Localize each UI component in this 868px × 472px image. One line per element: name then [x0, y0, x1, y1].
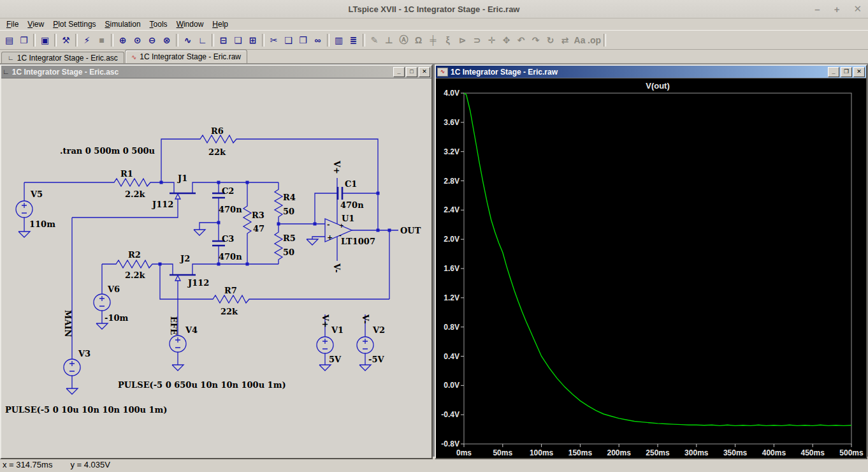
waveform-window-titlebar[interactable]: ∿ 1C Integrator Stage - Eric.raw _ ❐ ✕	[436, 66, 866, 78]
voltage-source-V4[interactable]	[170, 336, 186, 352]
value-V3[interactable]: PULSE(-5 0 10u 10n 10n 100u 1m)	[5, 405, 168, 415]
resistor-R1[interactable]	[112, 179, 153, 186]
label-V5[interactable]: V5	[30, 189, 43, 199]
ground-icon[interactable]	[359, 365, 371, 371]
schematic-canvas[interactable]: - + + - .tran 0 500	[1, 78, 431, 458]
tile-horizontal-button[interactable]: ⊟	[216, 33, 231, 47]
waveform-canvas[interactable]: 4.0V3.6V3.2V2.8V2.4V2.0V1.6V1.2V0.8V0.4V…	[436, 78, 866, 458]
diode-button[interactable]: ⊳	[455, 33, 470, 47]
voltage-source-V6[interactable]	[94, 294, 110, 311]
maximize-icon[interactable]: +	[834, 4, 840, 15]
control-panel-button[interactable]: ⚒	[59, 33, 73, 47]
close-icon[interactable]: ✕	[853, 67, 865, 77]
resistor-R2[interactable]	[113, 260, 155, 268]
drag-button[interactable]: ✥	[499, 33, 514, 47]
voltage-source-V3[interactable]	[64, 359, 80, 376]
net-label-vminus[interactable]: V-	[332, 263, 342, 273]
menu-help[interactable]: Help	[208, 19, 233, 29]
menu-tools[interactable]: Tools	[145, 19, 172, 29]
text-button[interactable]: Aa	[572, 33, 587, 47]
label-J2[interactable]: J2	[180, 254, 190, 263]
cascade-button[interactable]: ❏	[231, 33, 245, 47]
label-R3[interactable]: R3	[252, 210, 264, 220]
ground-icon[interactable]	[96, 323, 108, 329]
value-V1[interactable]: 5V	[329, 355, 342, 364]
rotate-button[interactable]: ↻	[543, 33, 558, 47]
schematic-svg[interactable]: - + + - .tran 0 500	[1, 78, 431, 458]
autorange-y-button[interactable]: ∿	[180, 33, 195, 47]
close-icon[interactable]: ✕	[419, 67, 430, 77]
resistor-R6[interactable]	[198, 135, 239, 143]
ground-icon[interactable]	[319, 365, 331, 371]
label-R1[interactable]: R1	[120, 169, 133, 179]
value-C1[interactable]: 470n	[340, 200, 364, 210]
resistor-R7[interactable]	[210, 295, 252, 303]
label-R7[interactable]: R7	[224, 286, 237, 295]
label-V2[interactable]: V2	[372, 325, 385, 335]
spice-directive-text[interactable]: .tran 0 500m 0 500u	[60, 146, 155, 156]
value-U1[interactable]: LT1007	[341, 237, 375, 246]
resistor-button[interactable]: Ω	[411, 33, 426, 47]
zoom-in-button[interactable]: ⊕	[115, 33, 130, 47]
label-C2[interactable]: C2	[222, 186, 234, 196]
menu-view[interactable]: View	[23, 19, 48, 29]
move-button[interactable]: ✛	[484, 33, 499, 47]
net-label-main[interactable]: MAIN	[63, 310, 73, 337]
maximize-icon[interactable]: □	[406, 67, 417, 77]
label-V6[interactable]: V6	[107, 284, 120, 294]
menu-plot-settings[interactable]: Plot Settings	[48, 19, 100, 29]
print-button[interactable]: ≣	[346, 33, 361, 47]
spice-directive-button[interactable]: .op	[587, 33, 602, 47]
ground-button[interactable]: ⊥	[382, 33, 396, 47]
find-button[interactable]: ∞	[310, 33, 325, 47]
label-V4[interactable]: V4	[185, 325, 198, 335]
minimize-icon[interactable]: _	[393, 67, 405, 77]
plot-title[interactable]: V(out)	[646, 81, 670, 91]
component-button[interactable]: ⊃	[470, 33, 484, 47]
ground-icon[interactable]	[66, 388, 78, 394]
model-J1[interactable]: J112	[152, 200, 173, 209]
undo-button[interactable]: ↶	[514, 33, 528, 47]
menu-file[interactable]: File	[2, 19, 23, 29]
mirror-button[interactable]: ⇄	[558, 33, 572, 47]
tab-waveform[interactable]: ∿ 1C Integrator Stage - Eric.raw	[125, 50, 247, 63]
value-R1[interactable]: 2.2k	[125, 189, 146, 199]
label-R4[interactable]: R4	[283, 193, 296, 202]
label-V1[interactable]: V1	[331, 325, 344, 335]
ground-icon[interactable]	[172, 365, 184, 371]
voltage-source-V2[interactable]	[357, 337, 373, 353]
label-V3[interactable]: V3	[78, 349, 90, 358]
tile-vertical-button[interactable]: ⊞	[245, 33, 260, 47]
wire-button[interactable]: ✎	[367, 33, 382, 47]
value-V4[interactable]: PULSE(-5 0 650u 10n 10n 100u 1m)	[118, 380, 286, 390]
open-button[interactable]: ❐	[17, 33, 31, 47]
label-J1[interactable]: J1	[177, 173, 187, 183]
restore-icon[interactable]: ❐	[841, 67, 852, 77]
zoom-out-button[interactable]: ⊖	[145, 33, 159, 47]
copy-button[interactable]: ❑	[281, 33, 296, 47]
label-C3[interactable]: C3	[222, 234, 234, 244]
axis-settings-button[interactable]: ∟	[195, 33, 210, 47]
label-C1[interactable]: C1	[345, 179, 357, 189]
capacitor-C1[interactable]	[338, 187, 342, 200]
waveform-plot-svg[interactable]: 4.0V3.6V3.2V2.8V2.4V2.0V1.6V1.2V0.8V0.4V…	[436, 78, 866, 458]
redo-button[interactable]: ↷	[528, 33, 543, 47]
value-R6[interactable]: 22k	[208, 147, 226, 157]
net-label-button[interactable]: Ⓐ	[396, 33, 411, 47]
voltage-source-V5[interactable]	[16, 201, 33, 218]
label-R5[interactable]: R5	[283, 233, 296, 243]
new-schematic-button[interactable]: ▤	[2, 33, 17, 47]
paste-button[interactable]: ❒	[296, 33, 310, 47]
ground-icon[interactable]	[307, 239, 318, 245]
run-button[interactable]: ⚡	[80, 33, 94, 47]
label-R2[interactable]: R2	[128, 250, 141, 260]
minimize-icon[interactable]: –	[814, 4, 820, 15]
voltage-source-V1[interactable]	[317, 337, 333, 353]
zoom-back-button[interactable]: ⊙	[130, 33, 145, 47]
label-U1[interactable]: U1	[342, 214, 354, 223]
halt-button[interactable]: ■	[94, 33, 109, 47]
save-button[interactable]: ▣	[38, 33, 52, 47]
tab-schematic[interactable]: ∟ 1C Integrator Stage - Eric.asc	[1, 52, 124, 63]
menu-window[interactable]: Window	[172, 19, 208, 29]
net-label-vplus[interactable]: V+	[332, 160, 342, 174]
